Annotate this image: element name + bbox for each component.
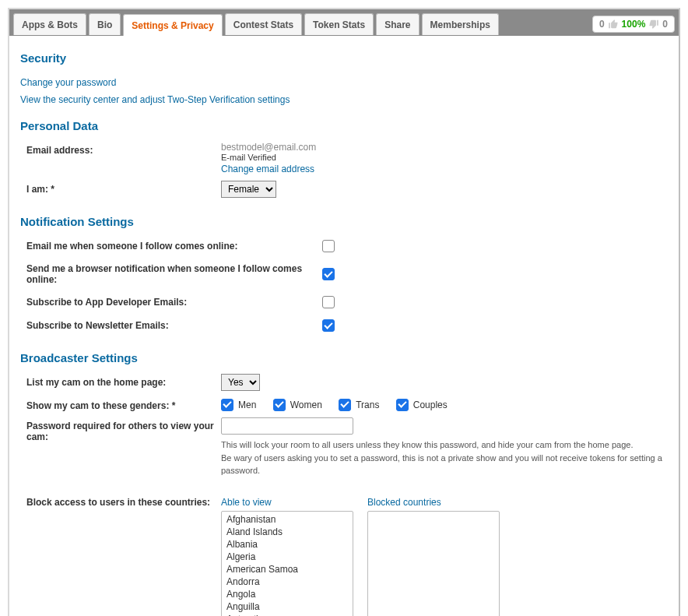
cam-password-help2: Be wary of users asking you to set a pas… — [221, 452, 663, 477]
country-item[interactable]: Afghanistan — [222, 513, 353, 526]
iam-label: I am: * — [26, 181, 221, 198]
country-item[interactable]: Angola — [222, 588, 353, 600]
rating-up-count: 0 — [599, 19, 605, 30]
rating-down-count: 0 — [662, 19, 668, 30]
country-item[interactable]: Aland Islands — [222, 526, 353, 538]
gender-men-label: Men — [238, 400, 256, 410]
blocked-countries-head: Blocked countries — [367, 497, 500, 508]
country-item[interactable]: Albania — [222, 538, 353, 551]
email-status: E-mail Verified — [221, 153, 663, 162]
cam-password-label: Password required for others to view you… — [26, 417, 221, 477]
list-cam-select[interactable]: Yes — [221, 374, 260, 391]
gender-women-checkbox[interactable] — [273, 399, 286, 411]
cam-password-help1: This will lock your room to all users un… — [221, 439, 663, 451]
email-value: bestmodel@email.com — [221, 142, 663, 153]
thumb-down-icon[interactable] — [648, 19, 659, 30]
tab-share[interactable]: Share — [376, 13, 419, 35]
notif-email-follow-label: Email me when someone I follow comes onl… — [26, 241, 322, 252]
notif-dev-emails-label: Subscribe to App Developer Emails: — [26, 297, 322, 308]
security-center-link[interactable]: View the security center and adjust Two-… — [20, 94, 290, 105]
gender-couples-label: Couples — [413, 400, 448, 410]
gender-couples-checkbox[interactable] — [396, 399, 409, 411]
tab-settings-privacy[interactable]: Settings & Privacy — [123, 14, 222, 36]
notif-newsletter-label: Subscribe to Newsletter Emails: — [26, 320, 322, 331]
block-countries-label: Block access to users in these countries… — [26, 494, 221, 616]
notif-dev-emails-checkbox[interactable] — [322, 296, 335, 308]
notif-browser-follow-checkbox[interactable] — [322, 268, 335, 280]
gender-men-checkbox[interactable] — [221, 399, 233, 411]
settings-frame: Apps & Bots Bio Settings & Privacy Conte… — [8, 8, 680, 616]
gender-trans-checkbox[interactable] — [339, 399, 351, 411]
personal-data-heading: Personal Data — [20, 119, 663, 132]
notif-email-follow-checkbox[interactable] — [322, 240, 335, 252]
email-label: Email address: — [26, 142, 221, 174]
country-item[interactable]: Algeria — [222, 551, 353, 563]
country-item[interactable]: American Samoa — [222, 563, 353, 576]
rating-box: 0 100% 0 — [592, 16, 675, 33]
able-to-view-listbox[interactable]: Afghanistan Aland Islands Albania Algeri… — [221, 511, 353, 616]
thumb-up-icon[interactable] — [608, 19, 619, 30]
tab-token-stats[interactable]: Token Stats — [304, 13, 374, 35]
blocked-countries-listbox[interactable] — [367, 511, 500, 616]
tab-apps-bots[interactable]: Apps & Bots — [13, 13, 86, 35]
iam-select[interactable]: Female — [221, 181, 276, 198]
change-email-link[interactable]: Change email address — [221, 164, 314, 174]
list-cam-label: List my cam on the home page: — [26, 374, 221, 391]
notif-newsletter-checkbox[interactable] — [322, 319, 335, 332]
broadcaster-heading: Broadcaster Settings — [20, 351, 663, 364]
tab-contest-stats[interactable]: Contest Stats — [225, 13, 302, 35]
rating-percent: 100% — [622, 19, 646, 30]
tab-memberships[interactable]: Memberships — [422, 13, 499, 35]
country-item[interactable]: Antarctica — [222, 613, 353, 616]
change-password-link[interactable]: Change your password — [20, 77, 116, 88]
gender-women-label: Women — [290, 400, 322, 410]
settings-content: Security Change your password View the s… — [9, 36, 679, 616]
country-item[interactable]: Anguilla — [222, 600, 353, 613]
notif-browser-follow-label: Send me a browser notification when some… — [26, 263, 322, 285]
country-item[interactable]: Andorra — [222, 576, 353, 588]
gender-trans-label: Trans — [356, 400, 379, 410]
tab-bar: Apps & Bots Bio Settings & Privacy Conte… — [9, 9, 679, 36]
show-genders-label: Show my cam to these genders: * — [26, 397, 221, 411]
notification-heading: Notification Settings — [20, 215, 663, 228]
able-to-view-head: Able to view — [221, 497, 353, 508]
cam-password-input[interactable] — [221, 417, 353, 435]
tab-bio[interactable]: Bio — [89, 13, 121, 35]
security-heading: Security — [20, 51, 663, 65]
